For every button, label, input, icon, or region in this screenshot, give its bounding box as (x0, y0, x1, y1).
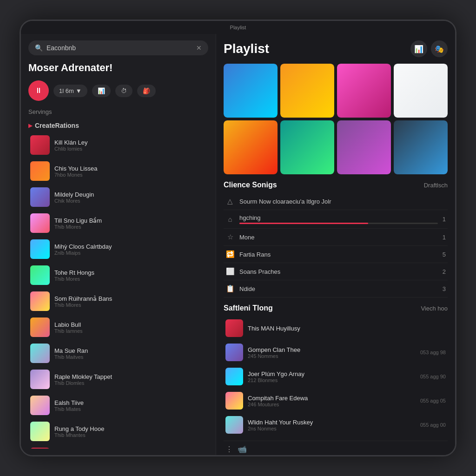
list-title: Ealsh Tiive (54, 399, 206, 406)
list-sub: Thib Maitves (54, 354, 206, 360)
song-title: Compitah Fare Edewa (248, 395, 416, 402)
thumbnail-cell[interactable] (337, 64, 391, 118)
clear-search-button[interactable]: ✕ (196, 44, 202, 52)
list-thumb (30, 396, 50, 415)
filter-count: 3 (443, 285, 446, 292)
bag-icon: 🎒 (143, 87, 150, 94)
play-pause-button[interactable]: ⏸ (28, 80, 49, 101)
thumbnail-image (394, 64, 448, 118)
filter-item-soans[interactable]: ⬜ Soans Praches 2 (224, 263, 448, 280)
equalizer-icon-button[interactable]: 📊 (410, 40, 427, 57)
list-item[interactable]: Som Rúihrannả Bans Thib Mlores (28, 288, 208, 314)
song-section-link[interactable]: Viech hoo (421, 305, 448, 312)
list-item[interactable]: Mihỳ Cloos Calrtbday Znlb Mlaips (28, 236, 208, 262)
list-item[interactable]: Till Sno Ligu Bầm Thib Mlores (28, 210, 208, 236)
chevron-down-icon: ▼ (76, 87, 82, 94)
filter-label: Ndide (239, 285, 438, 292)
thumbnail-image (337, 64, 391, 118)
filter-list: △ Sourm Now cloaraeciu'a Itlgro Jolr ⌂ h… (224, 193, 448, 298)
list-item[interactable]: Rung a Tody Hooe Thib Mhantes (28, 418, 208, 444)
top-bar-title: Playlist (230, 25, 246, 30)
filter-label: Mone (239, 234, 438, 241)
filter-item-more[interactable]: ☆ Mone 1 (224, 229, 448, 246)
filter-icon-soans: ⬜ (225, 267, 235, 276)
main-content: 🔍 ✕ Moser Adrenater! ⏸ 1l 6m ▼ 📊 ⏱ (21, 34, 455, 455)
thumbnail-cell[interactable] (394, 120, 448, 174)
list-item[interactable]: Gillian Uville-Mellardis Thib Mores (28, 444, 208, 449)
song-title: This MAN Huyillusy (248, 325, 441, 332)
list-sub: Chlib lomies (54, 146, 206, 152)
filter-count: 1 (443, 216, 446, 223)
thumbnail-cell[interactable] (224, 120, 278, 174)
thumbnail-cell[interactable] (280, 120, 334, 174)
list-title: Labio Bull (54, 321, 206, 328)
list-thumb (30, 265, 50, 285)
category-title: CreateRations (35, 122, 79, 129)
list-item[interactable]: Kill Klán Ley Chlib lomies (28, 132, 208, 158)
list-item[interactable]: Raple Mlokley Tappet Thib Dlomles (28, 366, 208, 392)
thumbnail-cell[interactable] (280, 64, 334, 118)
list-info: Chis You Lissea 7hbo Mones (54, 165, 206, 178)
search-input[interactable] (46, 44, 196, 52)
song-info: Joer Plúm Ygo Arnay 212 Blonmes (248, 370, 416, 383)
timer-button[interactable]: ⏱ (115, 85, 132, 97)
song-thumb (225, 344, 243, 361)
list-thumb (30, 213, 50, 233)
song-item[interactable]: This MAN Huyillusy (224, 316, 448, 340)
equalizer-button[interactable]: 📊 (92, 85, 111, 97)
list-title: Som Rúihrannả Bans (54, 295, 206, 302)
filter-item-playing[interactable]: ⌂ hgching 1 (224, 210, 448, 229)
song-item[interactable]: Gompen Clan Thee 245 Nommes 053 agg 98 (224, 340, 448, 364)
filter-count: 1 (443, 234, 446, 241)
song-thumb (225, 392, 243, 410)
filter-item-fartia[interactable]: 🔁 Fartia Rans 5 (224, 246, 448, 263)
list-item[interactable]: Ma Sue Ran Thib Maitves (28, 340, 208, 366)
song-thumb (225, 416, 243, 434)
list-thumb (30, 291, 50, 311)
filter-label: hgching (239, 214, 438, 224)
bar-chart-icon: 📊 (414, 45, 423, 53)
timer-icon: ⏱ (121, 87, 127, 94)
song-sub: 2ns Nonmes (248, 426, 416, 431)
list-info: Mihỳ Cloos Calrtbday Znlb Mlaips (54, 243, 206, 256)
song-title: Joer Plúm Ygo Arnay (248, 370, 416, 377)
song-meta: 055 agg 00 (420, 422, 446, 428)
filter-label: Soans Praches (239, 268, 438, 275)
list-item[interactable]: Chis You Lissea 7hbo Mones (28, 158, 208, 184)
filter-section-link[interactable]: Draftlsch (424, 182, 448, 189)
thumbnail-grid (224, 64, 448, 174)
progress-bar (239, 223, 438, 224)
list-title: Ma Sue Ran (54, 347, 206, 354)
time-display[interactable]: 1l 6m ▼ (53, 85, 87, 97)
thumbnail-cell[interactable] (337, 120, 391, 174)
filter-icon-sort: △ (225, 197, 235, 205)
filter-icon-fartia: 🔁 (225, 250, 235, 258)
list-item[interactable]: Mildely Deugin Chik Mores (28, 184, 208, 210)
thumbnail-cell[interactable] (224, 64, 278, 118)
list-thumb (30, 370, 50, 389)
filter-item-ndide[interactable]: 📋 Ndide 3 (224, 280, 448, 298)
list-item[interactable]: Labio Bull Thib Iamnes (28, 314, 208, 340)
bag-button[interactable]: 🎒 (137, 85, 156, 97)
song-item[interactable]: Wlidn Haht Your Ruskey 2ns Nonmes 055 ag… (224, 413, 448, 437)
song-item[interactable]: Compitah Fare Edewa 246 Moutures 055 agg… (224, 389, 448, 413)
list-item[interactable]: Tohe Rt Hongs Thib Mores (28, 262, 208, 288)
thumbnail-cell[interactable] (394, 64, 448, 118)
song-meta: 055 agg 90 (420, 374, 446, 379)
filter-label: Sourm Now cloaraeciu'a Itlgro Jolr (239, 198, 446, 205)
search-icon: 🔍 (35, 44, 43, 52)
list-thumb (30, 317, 50, 337)
song-title: Gompen Clan Thee (248, 346, 416, 353)
song-meta: 053 agg 98 (420, 350, 446, 355)
search-bar[interactable]: 🔍 ✕ (28, 40, 208, 55)
song-info: This MAN Huyillusy (248, 325, 441, 332)
filter-count: 5 (443, 251, 446, 258)
video-icon[interactable]: 📹 (238, 445, 247, 454)
list-item[interactable]: Ealsh Tiive Thib Mlates (28, 392, 208, 418)
list-thumb (30, 135, 50, 155)
avatar-button[interactable]: 🎭 (431, 40, 448, 57)
filter-item-sort[interactable]: △ Sourm Now cloaraeciu'a Itlgro Jolr (224, 193, 448, 210)
song-item[interactable]: Joer Plúm Ygo Arnay 212 Blonmes 055 agg … (224, 364, 448, 389)
song-section-header: Saftleni Tlong Viech hoo (224, 304, 448, 312)
more-options-icon[interactable]: ⋮ (225, 445, 233, 454)
